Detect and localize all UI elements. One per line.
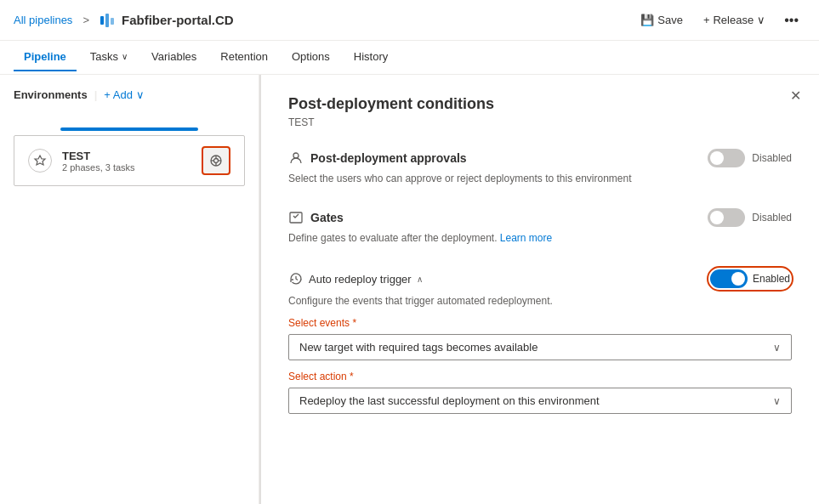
approvals-toggle[interactable] [708, 149, 745, 167]
auto-redeploy-title-row: Auto redeploy trigger ∧ [288, 271, 423, 286]
close-icon: ✕ [790, 88, 801, 104]
gates-section: Gates Disabled Define gates to evaluate … [288, 208, 792, 244]
svg-rect-2 [111, 18, 114, 25]
save-label: Save [657, 14, 683, 26]
environments-header: Environments | + Add ∨ [14, 88, 245, 101]
gates-desc: Define gates to evaluate after the deplo… [288, 232, 792, 244]
header-left: All pipelines > Fabfiber-portal.CD [14, 13, 234, 28]
save-button[interactable]: 💾 Save [632, 9, 691, 31]
tab-options[interactable]: Options [282, 43, 340, 71]
approvals-desc: Select the users who can approve or reje… [288, 173, 792, 184]
auto-redeploy-toggle-label: Enabled [753, 273, 790, 285]
gates-toggle[interactable] [708, 208, 745, 227]
select-action-value: Redeploy the last successful deployment … [299, 394, 600, 407]
panel-close-button[interactable]: ✕ [785, 85, 805, 105]
tab-pipeline[interactable]: Pipeline [14, 43, 77, 71]
release-button[interactable]: + Release ∨ [695, 9, 774, 31]
gates-icon [288, 210, 304, 225]
tab-retention[interactable]: Retention [210, 43, 278, 71]
add-chevron-icon: ∨ [136, 88, 145, 101]
add-environment-button[interactable]: + Add ∨ [104, 88, 145, 101]
svg-point-4 [214, 159, 219, 163]
auto-redeploy-chevron-icon: ∧ [417, 275, 423, 284]
pre-deploy-icon[interactable] [28, 149, 52, 173]
svg-rect-1 [105, 14, 109, 27]
more-button[interactable]: ••• [777, 8, 805, 32]
auto-redeploy-label: Auto redeploy trigger [309, 273, 412, 286]
auto-redeploy-header: Auto redeploy trigger ∧ Enabled [288, 268, 792, 290]
release-label: Release [713, 14, 754, 26]
main-content: Environments | + Add ∨ TEST 2 phases, 3 … [0, 75, 819, 504]
tasks-chevron-icon: ∨ [122, 52, 128, 61]
auto-redeploy-section: Auto redeploy trigger ∧ Enabled Configur… [288, 268, 792, 414]
tab-tasks[interactable]: Tasks ∨ [80, 43, 138, 71]
select-events-required: * [352, 317, 356, 329]
gates-title: Gates [288, 210, 344, 225]
ellipsis-icon: ••• [784, 13, 799, 27]
env-name: TEST [62, 150, 191, 162]
gates-toggle-label: Disabled [752, 212, 792, 224]
learn-more-link[interactable]: Learn more [500, 232, 552, 244]
approvals-header: Post-deployment approvals Disabled [288, 149, 792, 167]
select-events-group: Select events * New target with required… [288, 317, 792, 360]
env-meta: 2 phases, 3 tasks [62, 162, 191, 173]
release-chevron-icon: ∨ [757, 14, 765, 26]
panel-title: Post-deployment conditions [288, 95, 792, 113]
approvals-toggle-wrapper: Disabled [708, 149, 792, 167]
select-action-required: * [350, 371, 354, 382]
breadcrumb-sep: > [82, 14, 89, 26]
svg-point-9 [293, 153, 299, 158]
svg-rect-10 [290, 212, 302, 223]
breadcrumb-link[interactable]: All pipelines [14, 14, 72, 26]
select-events-label: Select events * [288, 317, 792, 329]
tab-variables[interactable]: Variables [141, 43, 207, 71]
env-divider: | [94, 88, 98, 101]
select-action-chevron-icon: ∨ [773, 395, 781, 407]
header-right: 💾 Save + Release ∨ ••• [632, 8, 805, 32]
save-disk-icon: 💾 [640, 14, 654, 26]
panel-subtitle: TEST [288, 116, 792, 128]
tab-history[interactable]: History [344, 43, 398, 71]
select-action-dropdown[interactable]: Redeploy the last successful deployment … [288, 388, 792, 414]
env-card-accent [60, 127, 198, 131]
select-action-label: Select action * [288, 371, 792, 382]
auto-redeploy-toggle-highlighted: Enabled [708, 268, 792, 290]
approvals-title: Post-deployment approvals [288, 150, 467, 166]
header: All pipelines > Fabfiber-portal.CD 💾 Sav… [0, 0, 819, 41]
approvals-toggle-label: Disabled [752, 152, 792, 164]
select-events-value: New target with required tags becomes av… [299, 341, 537, 354]
select-action-group: Select action * Redeploy the last succes… [288, 371, 792, 414]
environment-card: TEST 2 phases, 3 tasks [14, 135, 245, 186]
auto-redeploy-toggle[interactable] [710, 269, 748, 288]
plus-icon: + [703, 14, 710, 26]
gates-toggle-wrapper: Disabled [708, 208, 792, 227]
auto-redeploy-desc: Configure the events that trigger automa… [288, 295, 792, 307]
env-info: TEST 2 phases, 3 tasks [62, 150, 191, 173]
auto-redeploy-icon [288, 271, 304, 286]
select-events-dropdown[interactable]: New target with required tags becomes av… [288, 334, 792, 360]
gates-header: Gates Disabled [288, 208, 792, 227]
approvals-icon [288, 150, 304, 166]
pipeline-icon [100, 13, 115, 28]
post-deploy-conditions-button[interactable] [202, 146, 230, 175]
approvals-section: Post-deployment approvals Disabled Selec… [288, 149, 792, 184]
pipeline-title: Fabfiber-portal.CD [122, 13, 234, 27]
nav-tabs: Pipeline Tasks ∨ Variables Retention Opt… [0, 41, 819, 75]
environments-label: Environments [14, 88, 88, 101]
svg-rect-0 [100, 16, 104, 25]
select-events-chevron-icon: ∨ [773, 342, 781, 354]
right-panel: ✕ Post-deployment conditions TEST Post-d… [259, 75, 819, 504]
left-panel: Environments | + Add ∨ TEST 2 phases, 3 … [0, 75, 259, 504]
